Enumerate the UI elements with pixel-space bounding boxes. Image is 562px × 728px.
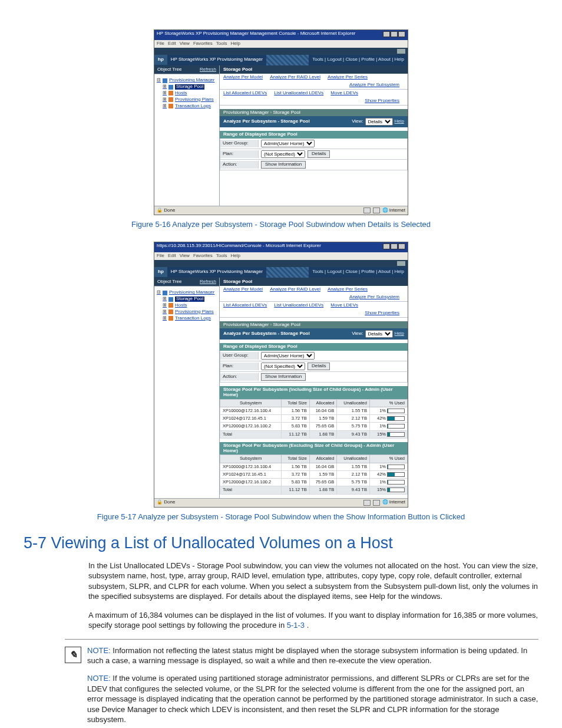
view-select[interactable]: Details bbox=[365, 118, 393, 126]
figure-5-16-caption: Figure 5-16 Analyze per Subsystem - Stor… bbox=[24, 220, 538, 229]
figure-5-17-caption: Figure 5-17 Analyze per Subsystem - Stor… bbox=[24, 512, 538, 521]
link-list-unallocated[interactable]: List Unallocated LDEVs bbox=[274, 91, 323, 96]
details-button[interactable]: Details bbox=[308, 150, 330, 158]
subwindow-header: Analyze Per Subsystem - Storage Pool Vie… bbox=[220, 116, 408, 127]
main-frame: Storage Pool Analyze Per Model Analyze P… bbox=[220, 65, 408, 206]
refresh-link[interactable]: Refresh bbox=[200, 67, 216, 73]
link-list-allocated[interactable]: List Allocated LDEVs bbox=[223, 91, 267, 96]
note-icon: ✎ bbox=[65, 647, 81, 663]
app-top-links: Tools | Logout | Close | Profile | About… bbox=[309, 55, 408, 65]
window-titlebar: HP StorageWorks XP Provisioning Manager … bbox=[154, 30, 408, 40]
note-2: NOTE: If the volume is operated using pa… bbox=[87, 673, 538, 725]
window-control-buttons bbox=[382, 31, 405, 39]
note-1: NOTE: Information not reflecting the lat… bbox=[87, 645, 538, 666]
section-heading: 5-7 Viewing a List of Unallocated Volume… bbox=[24, 534, 538, 552]
app-bar: hp HP StorageWorks XP Provisioning Manag… bbox=[154, 55, 408, 65]
link-analyze-per-subsystem[interactable]: Analyze Per Subsystem bbox=[349, 83, 399, 88]
sidebar: Object TreeRefresh ⊟Provisioning Manager… bbox=[154, 65, 220, 206]
help-link[interactable]: Help bbox=[395, 119, 404, 124]
tree-item-provisioning-plans[interactable]: ⊞Provisioning Plans bbox=[157, 97, 217, 103]
label-action: Action: bbox=[220, 161, 259, 169]
select-plan[interactable]: (Not Specified) bbox=[261, 150, 305, 158]
paragraph-1: In the List Unallocated LDEVs - Storage … bbox=[88, 561, 548, 602]
show-information-button[interactable]: Show Information bbox=[261, 161, 306, 169]
breadcrumb: Provisioning Manager › Storage Pool bbox=[220, 109, 408, 117]
tree-item-transaction-logs[interactable]: ⊞Transaction Logs bbox=[157, 104, 217, 109]
status-bar: 🔒 Done 🌐 Internet bbox=[154, 206, 408, 215]
range-header: Range of Displayed Storage Pool bbox=[220, 131, 408, 139]
screenshot-figure-5-17: https://10.208.115.39:23011/HiCommand/Co… bbox=[154, 242, 408, 508]
link-analyze-per-series[interactable]: Analyze Per Series bbox=[328, 75, 368, 80]
label-user-group: User Group: bbox=[220, 140, 259, 147]
link-move-ldevs[interactable]: Move LDEVs bbox=[330, 91, 358, 96]
label-plan: Plan: bbox=[220, 150, 259, 158]
hp-logo: hp bbox=[154, 55, 167, 65]
method-links-row1: Analyze Per Model Analyze Per RAID Level… bbox=[220, 74, 408, 90]
object-tree: ⊟Provisioning Manager ⊞Storage Pool ⊞Hos… bbox=[154, 74, 219, 112]
tab-row bbox=[154, 48, 408, 55]
app-name: HP StorageWorks XP Provisioning Manager bbox=[167, 55, 266, 65]
window-title: HP StorageWorks XP Provisioning Manager … bbox=[157, 31, 356, 39]
link-show-properties[interactable]: Show Properties bbox=[365, 98, 399, 104]
note-block: ✎ NOTE: Information not reflecting the l… bbox=[65, 639, 538, 728]
tree-item-hosts[interactable]: ⊞Hosts bbox=[157, 91, 217, 96]
view-label: View: bbox=[352, 119, 363, 124]
main-head: Storage Pool bbox=[220, 65, 408, 74]
method-links-row2: List Allocated LDEVs List Unallocated LD… bbox=[220, 90, 408, 106]
link-5-1-3[interactable]: 5-1-3 bbox=[287, 621, 305, 630]
paragraph-2: A maximum of 16,384 volumes can be displ… bbox=[88, 610, 548, 631]
tree-item-provisioning-manager[interactable]: ⊟Provisioning Manager bbox=[157, 78, 217, 83]
sidebar-title: Object Tree bbox=[157, 67, 181, 73]
select-user-group[interactable]: Admin(User Home) bbox=[261, 140, 315, 147]
browser-menubar: FileEditViewFavoritesToolsHelp bbox=[154, 40, 408, 48]
ribbon-graphic bbox=[266, 55, 309, 65]
link-analyze-per-raid[interactable]: Analyze Per RAID Level bbox=[270, 75, 320, 80]
screenshot-figure-5-16: HP StorageWorks XP Provisioning Manager … bbox=[154, 29, 408, 215]
tree-item-storage-pool[interactable]: ⊞Storage Pool bbox=[157, 84, 217, 90]
link-analyze-per-model[interactable]: Analyze Per Model bbox=[223, 75, 263, 80]
